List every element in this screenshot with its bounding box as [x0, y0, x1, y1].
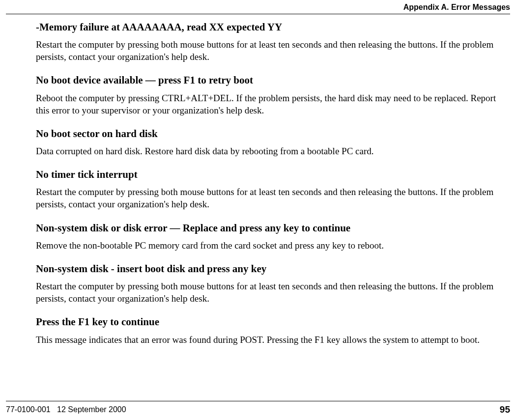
error-entry: No boot sector on hard disk Data corrupt…	[36, 127, 509, 157]
error-heading: Press the F1 key to continue	[36, 315, 509, 328]
error-body: Reboot the computer by pressing CTRL+ALT…	[36, 92, 509, 116]
footer-left: 77-0100-001 12 September 2000	[6, 405, 126, 414]
document-page: Appendix A. Error Messages -Memory failu…	[0, 0, 516, 420]
error-heading: -Memory failure at AAAAAAAA, read XX exp…	[36, 21, 509, 33]
error-entry: No timer tick interrupt Restart the comp…	[36, 168, 509, 210]
error-heading: No timer tick interrupt	[36, 168, 509, 181]
error-heading: Non-system disk - insert boot disk and p…	[36, 262, 509, 275]
content-area: -Memory failure at AAAAAAAA, read XX exp…	[36, 21, 509, 357]
error-body: Restart the computer by pressing both mo…	[36, 38, 509, 63]
error-body: Remove the non-bootable PC memory card f…	[36, 239, 509, 252]
error-body: This message indicates that an error was…	[36, 334, 509, 346]
error-entry: Press the F1 key to continue This messag…	[36, 315, 509, 345]
error-body: Data corrupted on hard disk. Restore har…	[36, 145, 509, 157]
error-heading: Non-system disk or disk error — Replace …	[36, 222, 509, 234]
error-body: Restart the computer by pressing both mo…	[36, 280, 509, 305]
doc-date: 12 September 2000	[57, 405, 126, 414]
doc-id: 77-0100-001	[6, 405, 51, 414]
error-entry: -Memory failure at AAAAAAAA, read XX exp…	[36, 21, 509, 63]
error-body: Restart the computer by pressing both mo…	[36, 186, 509, 210]
appendix-title: Appendix A. Error Messages	[403, 3, 510, 12]
error-entry: Non-system disk or disk error — Replace …	[36, 222, 509, 252]
error-entry: No boot device available — press F1 to r…	[36, 74, 509, 116]
header-divider	[6, 14, 510, 14]
page-number: 95	[500, 404, 510, 415]
error-heading: No boot sector on hard disk	[36, 127, 509, 140]
error-entry: Non-system disk - insert boot disk and p…	[36, 262, 509, 305]
error-heading: No boot device available — press F1 to r…	[36, 74, 509, 86]
footer-divider	[6, 401, 510, 401]
